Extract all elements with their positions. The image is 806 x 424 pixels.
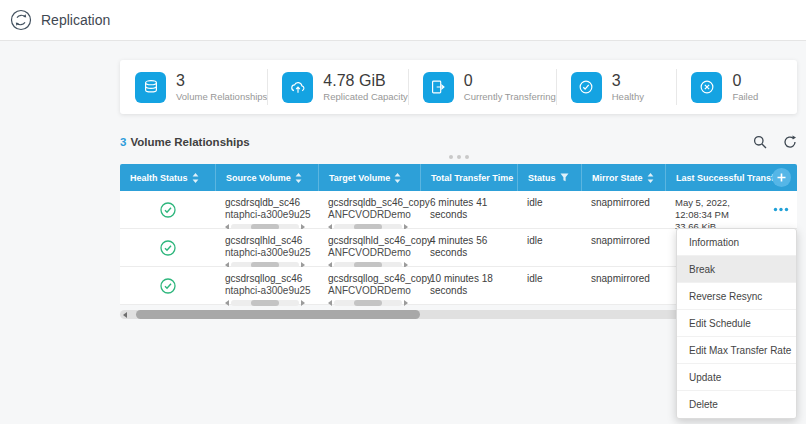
total-transfer-time-cell: 6 minutes 41 seconds bbox=[420, 191, 517, 228]
target-volume-cell: gcsdrsqldb_sc46_copy ANFCVODRDemo bbox=[318, 191, 420, 228]
menu-item-delete[interactable]: Delete bbox=[677, 391, 796, 418]
status-cell: idle bbox=[517, 229, 581, 266]
column-header-status[interactable]: Status bbox=[517, 164, 581, 191]
health-status-cell bbox=[120, 229, 215, 266]
source-volume-cell: gcsdrsqldb_sc46 ntaphci-a300e9u25 bbox=[215, 191, 318, 228]
plus-icon bbox=[777, 173, 786, 182]
last-transfer-time: May 5, 2022, 12:08:34 PM bbox=[675, 197, 769, 221]
source-volume-name: gcsdrsqllog_sc46 bbox=[225, 273, 312, 285]
source-volume-cell: gcsdrsqllog_sc46 ntaphci-a300e9u25 bbox=[215, 267, 318, 304]
target-volume-location: ANFCVODRDemo bbox=[328, 209, 414, 221]
total-transfer-time-cell: 10 minutes 18 seconds bbox=[420, 267, 517, 304]
stat-label: Currently Transferring bbox=[464, 91, 556, 102]
table-toolbar: 3Volume Relationships bbox=[120, 134, 797, 150]
target-volume-name: gcsdrsqldb_sc46_copy bbox=[328, 197, 414, 209]
relationship-count: 3Volume Relationships bbox=[120, 136, 250, 148]
table-row[interactable]: gcsdrsqldb_sc46 ntaphci-a300e9u25 gcsdrs… bbox=[120, 191, 797, 229]
volumes-icon bbox=[135, 72, 166, 103]
menu-item-edit-schedule[interactable]: Edit Schedule bbox=[677, 310, 796, 337]
column-label: Source Volume bbox=[226, 173, 291, 183]
source-volume-location: ntaphci-a300e9u25 bbox=[225, 209, 312, 221]
mirror-state-cell: snapmirrored bbox=[581, 229, 665, 266]
sort-icon bbox=[295, 173, 302, 183]
column-header-total-transfer-time[interactable]: Total Transfer Time bbox=[420, 164, 517, 191]
column-label: Health Status bbox=[130, 173, 188, 183]
stat-currently-transferring: 0 Currently Transferring bbox=[408, 60, 556, 114]
source-volume-location: ntaphci-a300e9u25 bbox=[225, 247, 312, 259]
column-label: Total Transfer Time bbox=[431, 173, 513, 183]
row-menu-button[interactable] bbox=[773, 207, 789, 212]
healthy-check-icon bbox=[160, 240, 176, 256]
replication-icon bbox=[10, 9, 32, 31]
relationship-count-number: 3 bbox=[120, 136, 126, 148]
scroll-left-arrow[interactable] bbox=[123, 312, 127, 318]
source-volume-name: gcsdrsqldb_sc46 bbox=[225, 197, 312, 209]
summary-card: 3 Volume Relationships 4.78 GiB Replicat… bbox=[120, 60, 797, 114]
stat-value: 3 bbox=[176, 72, 267, 89]
stat-label: Healthy bbox=[612, 91, 644, 102]
row-context-menu: Information Break Reverse Resync Edit Sc… bbox=[676, 228, 797, 419]
column-header-target-volume[interactable]: Target Volume bbox=[318, 164, 420, 191]
column-header-health-status[interactable]: Health Status bbox=[120, 164, 215, 191]
source-volume-cell: gcsdrsqlhld_sc46 ntaphci-a300e9u25 bbox=[215, 229, 318, 266]
menu-item-reverse-resync[interactable]: Reverse Resync bbox=[677, 283, 796, 310]
sort-icon bbox=[647, 173, 654, 183]
cloud-upload-icon bbox=[282, 72, 313, 103]
stat-label: Replicated Capacity bbox=[323, 91, 408, 102]
menu-item-information[interactable]: Information bbox=[677, 229, 796, 256]
stat-value: 0 bbox=[464, 72, 556, 89]
stat-value: 3 bbox=[612, 72, 644, 89]
page-title: Replication bbox=[41, 12, 110, 28]
stat-healthy: 3 Healthy bbox=[556, 60, 677, 114]
target-volume-name: gcsdrsqlhld_sc46_copy bbox=[328, 235, 414, 247]
health-status-cell bbox=[120, 267, 215, 304]
stat-replicated-capacity: 4.78 GiB Replicated Capacity bbox=[267, 60, 408, 114]
column-label: Mirror State bbox=[592, 173, 643, 183]
relationship-count-label: Volume Relationships bbox=[130, 136, 249, 148]
filter-icon bbox=[560, 173, 569, 182]
column-label: Status bbox=[528, 173, 556, 183]
column-label: Target Volume bbox=[329, 173, 390, 183]
refresh-icon[interactable] bbox=[783, 135, 797, 149]
add-relationship-button[interactable] bbox=[772, 168, 791, 187]
menu-item-update[interactable]: Update bbox=[677, 364, 796, 391]
mirror-state-cell: snapmirrored bbox=[581, 267, 665, 304]
stat-label: Volume Relationships bbox=[176, 91, 267, 102]
sort-icon bbox=[192, 173, 199, 183]
scrollbar-thumb[interactable] bbox=[136, 310, 420, 319]
check-circle-icon bbox=[571, 72, 602, 103]
stat-value: 4.78 GiB bbox=[323, 72, 408, 89]
source-volume-location: ntaphci-a300e9u25 bbox=[225, 285, 312, 297]
transfer-icon bbox=[423, 72, 454, 103]
x-circle-icon bbox=[691, 72, 722, 103]
column-label: Last Successful Transfer bbox=[676, 173, 783, 183]
menu-item-break[interactable]: Break bbox=[677, 256, 796, 283]
healthy-check-icon bbox=[160, 202, 176, 218]
target-volume-location: ANFCVODRDemo bbox=[328, 285, 414, 297]
cell-horizontal-scrollbar[interactable] bbox=[328, 299, 408, 306]
menu-item-edit-max-transfer-rate[interactable]: Edit Max Transfer Rate bbox=[677, 337, 796, 364]
health-status-cell bbox=[120, 191, 215, 228]
relationships-table: Health Status Source Volume Target Volum… bbox=[120, 164, 797, 319]
stat-volume-relationships: 3 Volume Relationships bbox=[120, 60, 267, 114]
source-volume-name: gcsdrsqlhld_sc46 bbox=[225, 235, 312, 247]
target-volume-cell: gcsdrsqllog_sc46_copy ANFCVODRDemo bbox=[318, 267, 420, 304]
stat-value: 0 bbox=[732, 72, 758, 89]
target-volume-cell: gcsdrsqlhld_sc46_copy ANFCVODRDemo bbox=[318, 229, 420, 266]
column-header-mirror-state[interactable]: Mirror State bbox=[581, 164, 665, 191]
status-cell: idle bbox=[517, 267, 581, 304]
ellipsis-icon bbox=[773, 207, 789, 212]
cell-horizontal-scrollbar[interactable] bbox=[225, 299, 305, 306]
target-volume-location: ANFCVODRDemo bbox=[328, 247, 414, 259]
total-transfer-time-cell: 4 minutes 56 seconds bbox=[420, 229, 517, 266]
healthy-check-icon bbox=[160, 278, 176, 294]
table-header: Health Status Source Volume Target Volum… bbox=[120, 164, 797, 191]
target-volume-name: gcsdrsqllog_sc46_copy bbox=[328, 273, 414, 285]
column-header-source-volume[interactable]: Source Volume bbox=[215, 164, 318, 191]
table-scroll-dots[interactable] bbox=[120, 150, 797, 164]
top-bar: Replication bbox=[0, 0, 806, 41]
search-icon[interactable] bbox=[753, 135, 767, 149]
status-cell: idle bbox=[517, 191, 581, 228]
mirror-state-cell: snapmirrored bbox=[581, 191, 665, 228]
sort-icon bbox=[394, 173, 401, 183]
